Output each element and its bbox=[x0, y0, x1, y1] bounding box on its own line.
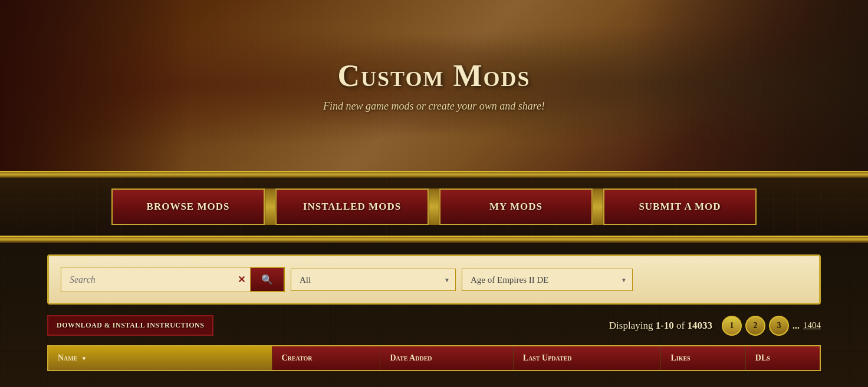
my-mods-button[interactable]: My Mods bbox=[439, 188, 593, 225]
pagination: 1 2 3 ... 1404 bbox=[722, 316, 821, 336]
search-go-button[interactable]: 🔍 bbox=[250, 267, 284, 292]
filter-game-wrap: Age of Empires II DE Age of Empires I DE… bbox=[462, 269, 633, 291]
nav-separator-1 bbox=[265, 188, 275, 225]
results-total: 14033 bbox=[688, 320, 713, 331]
hero-section: Custom Mods Find new game mods or create… bbox=[0, 0, 868, 171]
th-name-label: Name bbox=[58, 353, 77, 363]
hero-left-art bbox=[0, 0, 189, 171]
page-subtitle: Find new game mods or create your own an… bbox=[323, 100, 545, 113]
nav-separator-3 bbox=[593, 188, 603, 225]
table-header-row: Name ▼ Creator Date Added Last Updated L… bbox=[48, 346, 820, 371]
stone-border-bottom bbox=[0, 236, 868, 243]
nav-separator-2 bbox=[429, 188, 439, 225]
th-dls[interactable]: DLs bbox=[745, 346, 820, 371]
page-3-button[interactable]: 3 bbox=[769, 316, 789, 336]
search-input[interactable] bbox=[61, 269, 233, 291]
th-name[interactable]: Name ▼ bbox=[48, 346, 272, 371]
page-last-button[interactable]: 1404 bbox=[803, 320, 821, 330]
main-content: ✕ 🔍 All Maps Campaigns Scenarios AI Mods… bbox=[0, 243, 868, 387]
th-date-added[interactable]: Date Added bbox=[380, 346, 513, 371]
th-creator[interactable]: Creator bbox=[272, 346, 380, 371]
nav-area: Browse Mods Installed Mods My Mods Submi… bbox=[0, 178, 868, 236]
dl-instructions-button[interactable]: Download & Install Instructions bbox=[47, 315, 213, 336]
hero-right-art bbox=[632, 0, 868, 171]
results-info: Displaying 1-10 of 14033 bbox=[609, 320, 712, 332]
search-clear-button[interactable]: ✕ bbox=[233, 274, 250, 285]
results-bar: Download & Install Instructions Displayi… bbox=[47, 315, 821, 336]
displaying-prefix: Displaying bbox=[609, 320, 656, 331]
mod-table: Name ▼ Creator Date Added Last Updated L… bbox=[47, 345, 821, 371]
page-2-button[interactable]: 2 bbox=[745, 316, 765, 336]
filter-type-select[interactable]: All Maps Campaigns Scenarios AI Mods Pat… bbox=[291, 269, 456, 291]
page-1-button[interactable]: 1 bbox=[722, 316, 742, 336]
results-range: 1-10 bbox=[656, 320, 674, 331]
th-last-updated[interactable]: Last Updated bbox=[513, 346, 661, 371]
browse-mods-button[interactable]: Browse Mods bbox=[111, 188, 265, 225]
sort-arrow-icon: ▼ bbox=[81, 355, 87, 362]
page-title: Custom Mods bbox=[337, 58, 530, 93]
page-ellipsis: ... bbox=[793, 320, 800, 331]
of-text: of bbox=[674, 320, 688, 331]
search-container: ✕ 🔍 All Maps Campaigns Scenarios AI Mods… bbox=[47, 254, 821, 305]
th-likes[interactable]: Likes bbox=[661, 346, 745, 371]
submit-mod-button[interactable]: Submit a Mod bbox=[603, 188, 757, 225]
filter-game-select[interactable]: Age of Empires II DE Age of Empires I DE… bbox=[462, 269, 633, 291]
installed-mods-button[interactable]: Installed Mods bbox=[275, 188, 429, 225]
filter-type-wrap: All Maps Campaigns Scenarios AI Mods Pat… bbox=[291, 269, 456, 291]
search-input-wrap: ✕ 🔍 bbox=[61, 267, 285, 292]
search-icon: 🔍 bbox=[261, 274, 273, 285]
stone-border-top bbox=[0, 171, 868, 178]
